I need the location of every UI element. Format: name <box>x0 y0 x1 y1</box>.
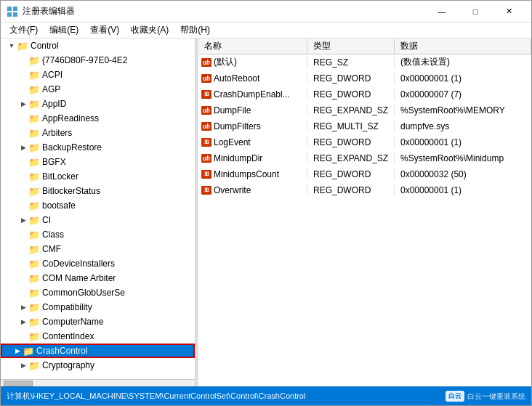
expand-crashcontrol[interactable]: ▶ <box>12 346 23 356</box>
value-data-crashdump: 0x00000007 (7) <box>395 89 531 100</box>
value-row-minidumpdir[interactable]: ab MinidumpDir REG_EXPAND_SZ %SystemRoot… <box>198 150 531 166</box>
folder-icon-bitlocker: 📁 <box>28 171 40 182</box>
expand-appid[interactable]: ▶ <box>18 99 28 109</box>
value-row-default[interactable]: ab (默认) REG_SZ (数值未设置) <box>198 54 531 70</box>
tree-hscroll[interactable] <box>1 379 195 386</box>
tree-item-cryptography[interactable]: ▶ 📁 Cryptography <box>1 358 195 373</box>
tree-label-bootsafe: bootsafe <box>42 200 76 211</box>
tree-item-computername[interactable]: ▶ 📁 ComputerName <box>1 314 195 329</box>
tree-item-bitlockerstatus[interactable]: 📁 BitlockerStatus <box>1 184 195 198</box>
tree-panel: ▼ 📁 Control 📁 {7746D80F-97E0-4E2 📁 ACPI <box>1 38 196 386</box>
svg-rect-1 <box>13 7 17 11</box>
tree-item-arbiters[interactable]: 📁 Arbiters <box>1 126 195 140</box>
tree-item-cmf[interactable]: 📁 CMF <box>1 242 195 256</box>
registry-editor-window: 注册表编辑器 — □ ✕ 文件(F) 编辑(E) 查看(V) 收藏夹(A) 帮助… <box>0 0 532 406</box>
tree-item-agp[interactable]: 📁 AGP <box>1 82 195 97</box>
tree-item-appreadiness[interactable]: 📁 AppReadiness <box>1 111 195 126</box>
expand-commonglobuser <box>18 288 28 298</box>
tree-item-codevice[interactable]: 📁 CoDeviceInstallers <box>1 256 195 271</box>
tree-item-7746[interactable]: 📁 {7746D80F-97E0-4E2 <box>1 53 195 68</box>
value-row-overwrite[interactable]: ⊞ Overwrite REG_DWORD 0x00000001 (1) <box>198 182 531 198</box>
maximize-button[interactable]: □ <box>459 1 492 23</box>
col-header-type[interactable]: 类型 <box>307 38 395 54</box>
reg-icon-grid-minidumpscount: ⊞ <box>201 170 211 179</box>
value-type-crashdump: REG_DWORD <box>307 89 395 100</box>
tree-item-comnamearbiter[interactable]: 📁 COM Name Arbiter <box>1 271 195 285</box>
tree-item-bgfx[interactable]: 📁 BGFX <box>1 155 195 169</box>
tree-item-bitlocker[interactable]: 📁 BitLocker <box>1 169 195 184</box>
value-name-label-default: (默认) <box>214 56 237 68</box>
expand-computername[interactable]: ▶ <box>18 317 28 327</box>
value-name-label-logevent: LogEvent <box>214 137 251 147</box>
value-row-crashdump[interactable]: ⊞ CrashDumpEnabl... REG_DWORD 0x00000007… <box>198 86 531 102</box>
folder-icon-arbiters: 📁 <box>28 128 40 138</box>
folder-icon-contentindex: 📁 <box>28 331 40 341</box>
expand-agp <box>18 84 28 94</box>
folder-icon-cmf: 📁 <box>28 244 40 254</box>
reg-icon-ab-dumpfilters: ab <box>201 122 211 131</box>
value-row-autoreboot[interactable]: ab AutoReboot REG_DWORD 0x00000001 (1) <box>198 70 531 86</box>
tree-label-7746: {7746D80F-97E0-4E2 <box>42 55 127 65</box>
tree-label-compatibility: Compatibility <box>42 302 92 312</box>
tree-label-bgfx: BGFX <box>42 157 66 167</box>
menu-file[interactable]: 文件(F) <box>4 23 44 38</box>
reg-icon-grid-overwrite: ⊞ <box>201 186 211 195</box>
menu-favorites[interactable]: 收藏夹(A) <box>125 23 174 38</box>
value-row-dumpfilters[interactable]: ab DumpFilters REG_MULTI_SZ dumpfve.sys <box>198 118 531 134</box>
tree-item-bootsafe[interactable]: 📁 bootsafe <box>1 198 195 213</box>
tree-item-crashcontrol[interactable]: ▶ 📁 CrashControl <box>1 344 195 358</box>
status-path: 计算机\HKEY_LOCAL_MACHINE\SYSTEM\CurrentCon… <box>7 391 446 402</box>
tree-item-ci[interactable]: ▶ 📁 CI <box>1 213 195 227</box>
tree-item-backuprestore[interactable]: ▶ 📁 BackupRestore <box>1 140 195 155</box>
close-button[interactable]: ✕ <box>492 1 525 23</box>
col-header-name[interactable]: 名称 <box>198 38 307 54</box>
menu-edit[interactable]: 编辑(E) <box>44 23 84 38</box>
folder-icon-commonglobuser: 📁 <box>28 288 40 298</box>
folder-icon-bitlockerstatus: 📁 <box>28 186 40 196</box>
expand-bitlocker <box>18 171 28 182</box>
expand-control[interactable]: ▼ <box>7 41 17 51</box>
tree-item-contentindex[interactable]: 📁 ContentIndex <box>1 329 195 344</box>
values-panel: 名称 类型 数据 ab (默认) REG_SZ (数值未设置) <box>198 38 531 386</box>
tree-item-control[interactable]: ▼ 📁 Control <box>1 38 195 53</box>
tree-label-cmf: CMF <box>42 244 61 254</box>
hscroll-thumb[interactable] <box>4 381 33 386</box>
tree-item-acpi[interactable]: 📁 ACPI <box>1 68 195 82</box>
expand-acpi <box>18 70 28 80</box>
tree-label-arbiters: Arbiters <box>42 128 72 138</box>
tree-label-appreadiness: AppReadiness <box>42 113 99 123</box>
values-scroll[interactable]: ab (默认) REG_SZ (数值未设置) ab AutoReboot REG… <box>198 54 531 386</box>
tree-label-codevice: CoDeviceInstallers <box>42 259 115 269</box>
tree-label-control: Control <box>31 41 59 51</box>
col-header-data[interactable]: 数据 <box>395 38 531 54</box>
value-name-label-minidumpscount: MinidumpsCount <box>214 169 279 179</box>
tree-label-ci: CI <box>42 215 51 225</box>
expand-cryptography[interactable]: ▶ <box>18 360 28 370</box>
svg-rect-3 <box>13 12 17 17</box>
value-row-logevent[interactable]: ⊞ LogEvent REG_DWORD 0x00000001 (1) <box>198 134 531 150</box>
menu-help[interactable]: 帮助(H) <box>174 23 216 38</box>
folder-icon-control: 📁 <box>17 41 28 51</box>
value-row-minidumpscount[interactable]: ⊞ MinidumpsCount REG_DWORD 0x00000032 (5… <box>198 166 531 182</box>
expand-compatibility[interactable]: ▶ <box>18 302 28 312</box>
reg-icon-ab-default: ab <box>201 58 211 67</box>
tree-item-compatibility[interactable]: ▶ 📁 Compatibility <box>1 300 195 314</box>
value-type-minidumpscount: REG_DWORD <box>307 169 395 179</box>
tree-item-commonglobuser[interactable]: 📁 CommonGlobUserSe <box>1 285 195 300</box>
value-name-label-dumpfilters: DumpFilters <box>214 121 261 131</box>
tree-scroll[interactable]: ▼ 📁 Control 📁 {7746D80F-97E0-4E2 📁 ACPI <box>1 38 195 379</box>
expand-bgfx <box>18 157 28 167</box>
value-name-label-dumpfile: DumpFile <box>214 105 251 115</box>
expand-backuprestore[interactable]: ▶ <box>18 142 28 153</box>
tree-item-class[interactable]: 📁 Class <box>1 227 195 242</box>
folder-icon-bootsafe: 📁 <box>28 200 40 211</box>
value-data-default: (数值未设置) <box>395 56 531 68</box>
tree-label-bitlocker: BitLocker <box>42 171 78 182</box>
title-bar: 注册表编辑器 — □ ✕ <box>1 1 531 23</box>
expand-ci[interactable]: ▶ <box>18 215 28 225</box>
menu-view[interactable]: 查看(V) <box>84 23 125 38</box>
tree-item-appid[interactable]: ▶ 📁 AppID <box>1 97 195 111</box>
folder-icon-7746: 📁 <box>28 55 40 65</box>
minimize-button[interactable]: — <box>425 1 459 23</box>
value-row-dumpfile[interactable]: ab DumpFile REG_EXPAND_SZ %SystemRoot%\M… <box>198 102 531 118</box>
